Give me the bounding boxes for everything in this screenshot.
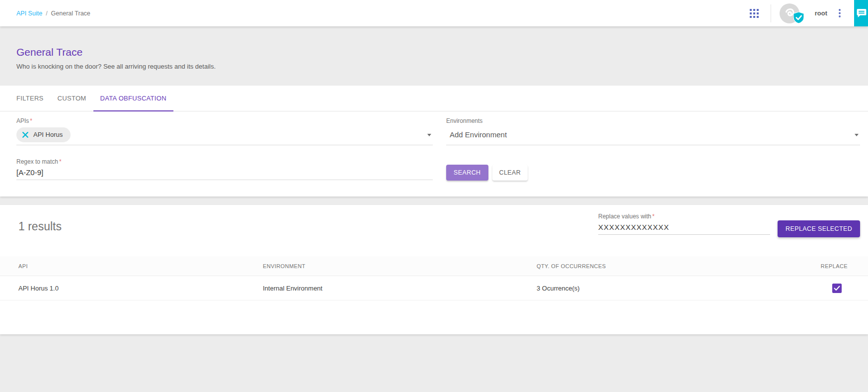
replace-values-field: Replace values with* XXXXXXXXXXXXX xyxy=(598,213,770,235)
page-subtitle: Who is knocking on the door? See all arr… xyxy=(16,63,868,70)
table-header-replace: REPLACE xyxy=(768,263,848,269)
tab-custom[interactable]: CUSTOM xyxy=(51,86,93,111)
search-button[interactable]: SEARCH xyxy=(446,165,488,181)
results-count: 1 results xyxy=(18,220,62,233)
api-chip[interactable]: API Horus xyxy=(16,127,71,142)
breadcrumb: API Suite / General Trace xyxy=(16,10,90,17)
username-label: root xyxy=(815,9,827,17)
table-header-api: API xyxy=(18,263,263,269)
topbar-divider xyxy=(771,4,771,22)
table-header-environment: ENVIRONMENT xyxy=(263,263,537,269)
chip-label: API Horus xyxy=(33,131,63,138)
page-title: General Trace xyxy=(16,46,868,58)
environments-field: Environments Add Environment xyxy=(446,117,860,145)
replace-values-label: Replace values with* xyxy=(598,213,770,220)
environments-select[interactable]: Add Environment xyxy=(446,124,860,145)
required-asterisk: * xyxy=(59,158,62,165)
tab-bar: FILTERS CUSTOM DATA OBFUSCATION xyxy=(0,86,868,111)
topbar: API Suite / General Trace roo xyxy=(0,0,868,26)
cell-api: API Horus 1.0 xyxy=(18,285,263,292)
verified-shield-icon xyxy=(793,12,804,25)
replace-selected-button[interactable]: REPLACE SELECTED xyxy=(778,220,860,237)
replace-values-value: XXXXXXXXXXXXX xyxy=(598,223,669,231)
results-card: 1 results Replace values with* XXXXXXXXX… xyxy=(0,205,868,334)
cell-occurrences: 3 Ocurrence(s) xyxy=(537,285,768,292)
feedback-chat-button[interactable] xyxy=(854,0,868,26)
replace-checkbox[interactable] xyxy=(832,284,842,293)
apis-label: APIs* xyxy=(16,117,433,124)
regex-value: [A-Z0-9] xyxy=(16,168,43,177)
breadcrumb-current: General Trace xyxy=(51,10,90,17)
environments-placeholder: Add Environment xyxy=(446,130,507,139)
regex-field: Regex to match* [A-Z0-9] xyxy=(16,158,433,180)
topbar-right-cluster: root xyxy=(750,0,868,26)
page-header: General Trace Who is knocking on the doo… xyxy=(0,26,868,86)
cell-replace xyxy=(768,284,848,293)
required-asterisk: * xyxy=(30,117,32,124)
replace-values-input[interactable]: XXXXXXXXXXXXX xyxy=(598,220,770,235)
clear-button[interactable]: CLEAR xyxy=(492,165,528,181)
filter-actions: SEARCH CLEAR xyxy=(446,165,528,181)
apps-grid-icon[interactable] xyxy=(750,9,759,18)
chevron-down-icon[interactable] xyxy=(427,134,431,136)
apis-select[interactable]: API Horus xyxy=(16,124,433,145)
chevron-down-icon[interactable] xyxy=(855,134,859,136)
avatar[interactable] xyxy=(780,3,799,23)
tab-filters[interactable]: FILTERS xyxy=(9,86,51,111)
regex-input[interactable]: [A-Z0-9] xyxy=(16,165,433,180)
tab-data-obfuscation[interactable]: DATA OBFUSCATION xyxy=(93,86,173,111)
table-row: API Horus 1.0 Internal Environment 3 Ocu… xyxy=(0,276,868,300)
results-table: API ENVIRONMENT QTY. OF OCCURRENCES REPL… xyxy=(0,256,868,300)
cell-environment: Internal Environment xyxy=(263,285,537,292)
breadcrumb-link-api-suite[interactable]: API Suite xyxy=(16,10,42,17)
breadcrumb-separator: / xyxy=(46,10,47,17)
apis-field: APIs* API Horus xyxy=(16,117,433,145)
table-header-occurrences: QTY. OF OCCURRENCES xyxy=(537,263,768,269)
environments-label: Environments xyxy=(446,117,860,124)
kebab-menu-icon[interactable] xyxy=(836,7,844,19)
filter-card: FILTERS CUSTOM DATA OBFUSCATION APIs* AP… xyxy=(0,86,868,196)
table-header-row: API ENVIRONMENT QTY. OF OCCURRENCES REPL… xyxy=(0,256,868,276)
required-asterisk: * xyxy=(652,213,655,220)
regex-label: Regex to match* xyxy=(16,158,433,165)
chip-remove-icon[interactable] xyxy=(22,131,29,138)
